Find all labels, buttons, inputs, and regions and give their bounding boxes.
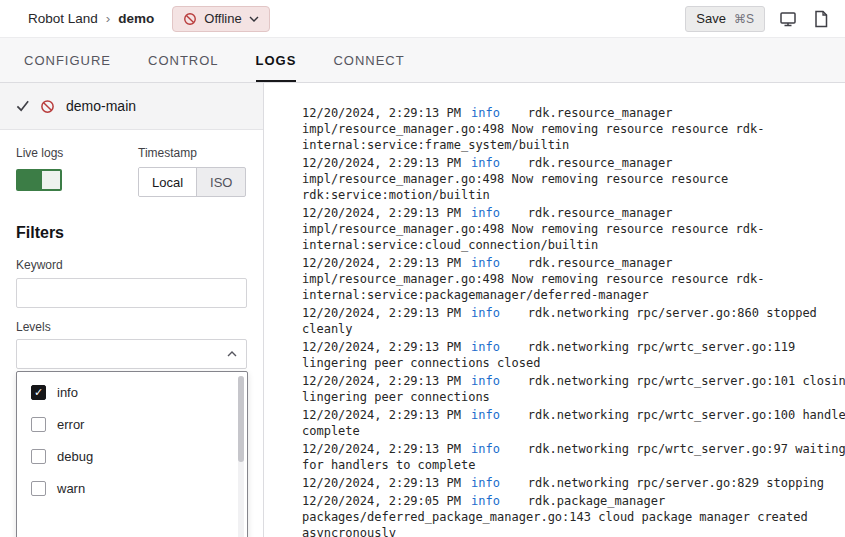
log-entry: 12/20/2024, 2:29:13 PMinfordk.networking… xyxy=(302,441,845,473)
log-entry: 12/20/2024, 2:29:05 PMinfordk.package_ma… xyxy=(302,493,845,537)
levels-option-info[interactable]: ✓info xyxy=(17,376,247,408)
offline-prohibit-icon xyxy=(183,12,197,26)
checkbox-warn[interactable] xyxy=(31,481,46,496)
log-pane: 12/20/2024, 2:29:13 PMinfordk.resource_m… xyxy=(264,83,845,537)
breadcrumb-current: demo xyxy=(118,11,154,26)
dropdown-scrollbar-thumb[interactable] xyxy=(238,376,244,462)
log-level[interactable]: info xyxy=(471,374,500,388)
log-timestamp: 12/20/2024, 2:29:13 PM xyxy=(302,306,461,320)
dropdown-scrollbar[interactable] xyxy=(238,376,244,537)
monitor-icon[interactable] xyxy=(777,8,799,30)
log-level[interactable]: info xyxy=(471,340,500,354)
log-entry: 12/20/2024, 2:29:13 PMinfordk.networking… xyxy=(302,475,845,491)
log-level[interactable]: info xyxy=(471,306,500,320)
levels-option-label: error xyxy=(57,417,84,432)
log-entry: 12/20/2024, 2:29:13 PMinfordk.resource_m… xyxy=(302,255,845,303)
tab-logs[interactable]: LOGS xyxy=(256,38,297,82)
keyword-label: Keyword xyxy=(16,258,247,272)
tab-configure[interactable]: CONFIGURE xyxy=(24,38,111,82)
log-entry: 12/20/2024, 2:29:13 PMinfordk.networking… xyxy=(302,305,845,337)
timestamp-label: Timestamp xyxy=(138,146,246,160)
save-button[interactable]: Save ⌘S xyxy=(685,6,765,32)
checkbox-checked-info[interactable]: ✓ xyxy=(31,385,46,400)
log-entry: 12/20/2024, 2:29:13 PMinfordk.resource_m… xyxy=(302,105,845,153)
log-entries: 12/20/2024, 2:29:13 PMinfordk.resource_m… xyxy=(302,105,845,537)
offline-prohibit-icon xyxy=(40,99,55,114)
log-timestamp: 12/20/2024, 2:29:13 PM xyxy=(302,206,461,220)
chevron-up-icon xyxy=(227,351,237,357)
timestamp-option-iso[interactable]: ISO xyxy=(197,168,245,196)
app-window: Robot Land › demo Offline Save ⌘S xyxy=(0,0,845,537)
log-timestamp: 12/20/2024, 2:29:13 PM xyxy=(302,256,461,270)
logs-sidebar: demo-main Live logs Timestamp Local I xyxy=(0,83,264,537)
log-level[interactable]: info xyxy=(471,256,500,270)
filters-title: Filters xyxy=(16,223,247,242)
levels-option-label: debug xyxy=(57,449,93,464)
levels-option-error[interactable]: error xyxy=(17,408,247,440)
levels-option-label: warn xyxy=(57,481,85,496)
app-header: Robot Land › demo Offline Save ⌘S xyxy=(0,0,845,38)
levels-option-debug[interactable]: debug xyxy=(17,440,247,472)
log-level[interactable]: info xyxy=(471,106,500,120)
log-level[interactable]: info xyxy=(471,206,500,220)
tab-bar: CONFIGURE CONTROL LOGS CONNECT xyxy=(0,38,845,83)
live-logs-toggle[interactable] xyxy=(16,169,62,191)
timestamp-segmented-control: Local ISO xyxy=(138,167,246,197)
status-badge-label: Offline xyxy=(204,11,241,26)
levels-select[interactable] xyxy=(16,339,247,369)
chevron-down-icon xyxy=(249,16,259,22)
log-entry: 12/20/2024, 2:29:13 PMinfordk.networking… xyxy=(302,373,845,405)
breadcrumb: Robot Land › demo xyxy=(28,11,154,26)
page-body: demo-main Live logs Timestamp Local I xyxy=(0,83,845,537)
document-icon[interactable] xyxy=(811,8,831,30)
live-logs-label: Live logs xyxy=(16,146,138,160)
log-level[interactable]: info xyxy=(471,156,500,170)
check-icon xyxy=(16,99,30,113)
log-timestamp: 12/20/2024, 2:29:13 PM xyxy=(302,476,461,490)
levels-option-list: ✓infoerrordebugwarn xyxy=(17,376,247,504)
log-controls: Live logs Timestamp Local ISO Filters xyxy=(0,130,263,385)
part-name: demo-main xyxy=(66,98,136,114)
log-entry: 12/20/2024, 2:29:13 PMinfordk.networking… xyxy=(302,339,845,371)
levels-dropdown: ✓infoerrordebugwarn xyxy=(16,371,248,537)
levels-option-label: info xyxy=(57,385,78,400)
log-level[interactable]: info xyxy=(471,442,500,456)
tab-connect[interactable]: CONNECT xyxy=(333,38,404,82)
log-message: rdk.networking rpc/server.go:829 stoppin… xyxy=(528,476,824,490)
log-timestamp: 12/20/2024, 2:29:13 PM xyxy=(302,340,461,354)
levels-option-warn[interactable]: warn xyxy=(17,472,247,504)
timestamp-option-local[interactable]: Local xyxy=(139,168,197,196)
log-level[interactable]: info xyxy=(471,494,500,508)
log-timestamp: 12/20/2024, 2:29:13 PM xyxy=(302,374,461,388)
machine-status-badge[interactable]: Offline xyxy=(172,6,269,32)
log-timestamp: 12/20/2024, 2:29:13 PM xyxy=(302,442,461,456)
keyword-input[interactable] xyxy=(16,278,247,308)
levels-label: Levels xyxy=(16,320,247,334)
log-entry: 12/20/2024, 2:29:13 PMinfordk.resource_m… xyxy=(302,205,845,253)
tab-control[interactable]: CONTROL xyxy=(148,38,219,82)
checkbox-error[interactable] xyxy=(31,417,46,432)
log-timestamp: 12/20/2024, 2:29:13 PM xyxy=(302,106,461,120)
save-button-label: Save xyxy=(696,11,726,26)
breadcrumb-separator: › xyxy=(106,11,111,26)
log-timestamp: 12/20/2024, 2:29:13 PM xyxy=(302,408,461,422)
breadcrumb-parent[interactable]: Robot Land xyxy=(28,11,98,26)
checkbox-debug[interactable] xyxy=(31,449,46,464)
log-entry: 12/20/2024, 2:29:13 PMinfordk.networking… xyxy=(302,407,845,439)
toggle-knob xyxy=(42,171,60,189)
log-level[interactable]: info xyxy=(471,408,500,422)
header-actions: Save ⌘S xyxy=(685,6,831,32)
log-timestamp: 12/20/2024, 2:29:13 PM xyxy=(302,156,461,170)
part-row-demo-main[interactable]: demo-main xyxy=(0,83,263,130)
log-timestamp: 12/20/2024, 2:29:05 PM xyxy=(302,494,461,508)
save-shortcut: ⌘S xyxy=(734,12,754,26)
log-entry: 12/20/2024, 2:29:13 PMinfordk.resource_m… xyxy=(302,155,845,203)
log-level[interactable]: info xyxy=(471,476,500,490)
